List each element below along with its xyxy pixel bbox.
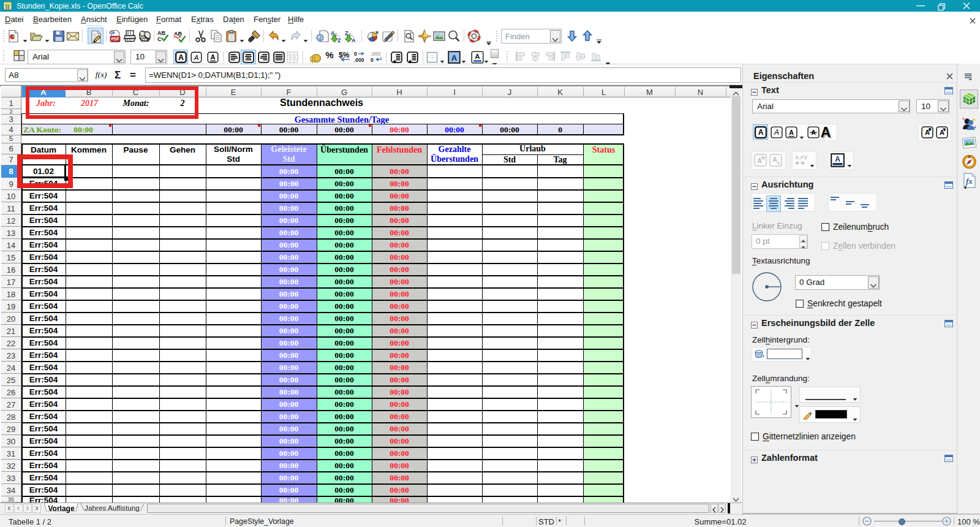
svg-text:A: A [352, 37, 356, 43]
svg-text:AB: AB [174, 31, 182, 37]
svg-text:A: A [774, 128, 779, 137]
svg-text:N: N [968, 155, 971, 159]
svg-text:Y: Y [777, 161, 780, 165]
svg-text:A: A [451, 53, 458, 63]
svg-text:AB: AB [157, 30, 165, 36]
svg-text:$%: $% [339, 51, 350, 59]
svg-text:.000: .000 [371, 51, 381, 57]
svg-text:A: A [194, 54, 199, 61]
svg-text:A: A [758, 128, 764, 137]
svg-text:fx: fx [966, 176, 973, 186]
svg-text:A: A [178, 53, 184, 62]
svg-text:A: A [772, 156, 777, 163]
svg-text:C: C [157, 36, 162, 42]
svg-text:A: A [211, 53, 216, 61]
svg-text:A: A [789, 129, 794, 136]
svg-text:.000: .000 [354, 57, 364, 63]
svg-text:A: A [475, 53, 480, 60]
svg-text:PDF: PDF [111, 37, 119, 41]
svg-text:A: A [835, 155, 840, 164]
svg-text:Z: Z [337, 37, 341, 43]
svg-text:0: 0 [371, 57, 374, 63]
svg-text:0: 0 [354, 51, 357, 57]
svg-text:A↗V: A↗V [795, 154, 807, 161]
svg-text:M: M [761, 156, 765, 160]
